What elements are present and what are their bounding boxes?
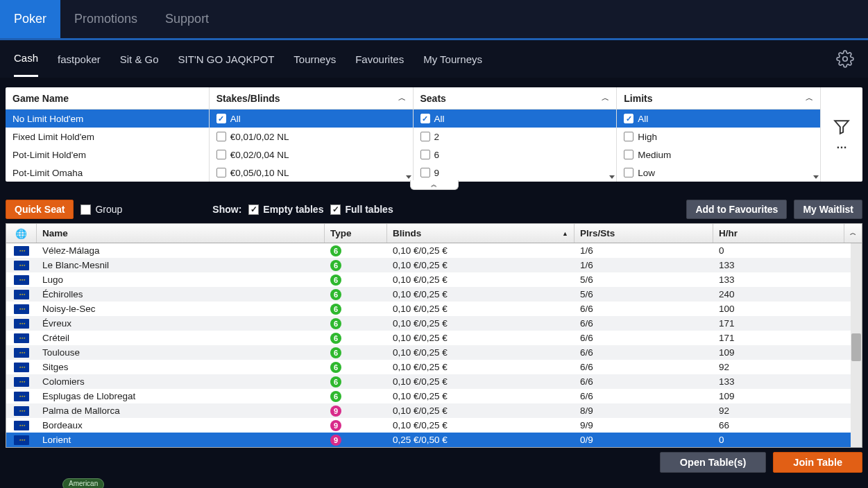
seat-badge: 6 bbox=[330, 376, 341, 387]
my-waitlist-button[interactable]: My Waitlist bbox=[794, 200, 862, 219]
full-tables-checkbox[interactable]: Full tables bbox=[330, 204, 393, 215]
table-row[interactable]: ⋆⋆⋆Lugo60,10 €/0,25 €5/6133 bbox=[6, 272, 862, 287]
chevron-up-icon[interactable]: ︿ bbox=[806, 93, 813, 103]
cell-plrs: 1/6 bbox=[575, 245, 713, 256]
checkbox-icon bbox=[624, 168, 633, 177]
filter-seats-6[interactable]: 6 bbox=[414, 146, 617, 164]
table-toolbar: Quick Seat Group Show: Empty tables Full… bbox=[6, 195, 862, 223]
cell-hhr: 133 bbox=[713, 260, 851, 270]
scrollbar[interactable] bbox=[851, 243, 862, 447]
table-row[interactable]: ⋆⋆⋆Palma de Mallorca90,10 €/0,25 €8/992 bbox=[6, 403, 862, 418]
filter-item-flh[interactable]: Fixed Limit Hold'em bbox=[6, 128, 209, 146]
filter-item-plo[interactable]: Pot-Limit Omaha bbox=[6, 164, 209, 182]
subnav-tab-favourites[interactable]: Favourites bbox=[355, 42, 404, 76]
seat-badge: 6 bbox=[330, 333, 341, 344]
bottom-bar: Open Table(s) Join Table bbox=[0, 448, 868, 473]
table-row[interactable]: ⋆⋆⋆Lorient90,25 €/0,50 €0/90 bbox=[6, 433, 862, 447]
cell-plrs: 6/6 bbox=[575, 362, 713, 372]
open-table-button[interactable]: Open Table(s) bbox=[660, 452, 767, 473]
eu-flag-icon: ⋆⋆⋆ bbox=[14, 435, 29, 445]
subnav-tab-jackpot[interactable]: SIT'N GO JAQKPOT bbox=[178, 42, 275, 76]
sub-nav: Cash fastpoker Sit & Go SIT'N GO JAQKPOT… bbox=[0, 40, 868, 78]
col-scroll[interactable]: ︿ bbox=[844, 224, 862, 243]
quick-seat-button[interactable]: Quick Seat bbox=[6, 200, 74, 219]
cell-blinds: 0,10 €/0,25 € bbox=[387, 289, 575, 299]
topnav-tab-promotions[interactable]: Promotions bbox=[60, 0, 151, 38]
col-name[interactable]: Name bbox=[37, 224, 325, 243]
table-row[interactable]: ⋆⋆⋆Créteil60,10 €/0,25 €6/6171 bbox=[6, 331, 862, 345]
cell-name: Toulouse bbox=[37, 347, 325, 358]
table-row[interactable]: ⋆⋆⋆Colomiers60,10 €/0,25 €6/6133 bbox=[6, 374, 862, 389]
cell-name: Palma de Mallorca bbox=[37, 406, 325, 416]
filter-limits-medium[interactable]: Medium bbox=[617, 146, 820, 164]
table-row[interactable]: ⋆⋆⋆Noisy-le-Sec60,10 €/0,25 €6/6100 bbox=[6, 302, 862, 316]
topnav-tab-poker[interactable]: Poker bbox=[0, 0, 60, 38]
eu-flag-icon: ⋆⋆⋆ bbox=[14, 377, 29, 387]
col-type[interactable]: Type bbox=[325, 224, 387, 243]
seat-badge: 6 bbox=[330, 289, 341, 300]
table-row[interactable]: ⋆⋆⋆Vélez-Málaga60,10 €/0,25 €1/60 bbox=[6, 243, 862, 258]
cell-plrs: 0/9 bbox=[575, 435, 713, 445]
filter-limits-low[interactable]: Low bbox=[617, 164, 820, 182]
table-row[interactable]: ⋆⋆⋆Échirolles60,10 €/0,25 €5/6240 bbox=[6, 287, 862, 302]
subnav-tab-cash[interactable]: Cash bbox=[14, 41, 38, 77]
eu-flag-icon: ⋆⋆⋆ bbox=[14, 333, 29, 343]
filter-item-plh[interactable]: Pot-Limit Hold'em bbox=[6, 146, 209, 164]
checkbox-icon bbox=[420, 150, 430, 159]
filter-seats-9[interactable]: 9 bbox=[414, 164, 617, 182]
filter-limits-all[interactable]: All bbox=[617, 110, 820, 128]
subnav-tab-sitgo[interactable]: Sit & Go bbox=[120, 42, 159, 76]
seat-badge: 6 bbox=[330, 260, 341, 271]
filter-item-nlh[interactable]: No Limit Hold'em bbox=[6, 110, 209, 128]
seat-badge: 6 bbox=[330, 391, 341, 402]
filter-limits-high[interactable]: High bbox=[617, 128, 820, 146]
filter-header-seats: Seats bbox=[420, 93, 446, 104]
filter-more[interactable]: … bbox=[821, 87, 862, 182]
chevron-up-icon[interactable]: ︿ bbox=[398, 93, 406, 103]
filter-stakes-0510[interactable]: €0,05/0,10 NL bbox=[210, 164, 413, 182]
eu-flag-icon: ⋆⋆⋆ bbox=[14, 304, 29, 314]
join-table-button[interactable]: Join Table bbox=[773, 452, 862, 473]
filter-stakes-0204[interactable]: €0,02/0,04 NL bbox=[210, 146, 413, 164]
col-region[interactable]: 🌐 bbox=[6, 224, 37, 243]
empty-tables-checkbox[interactable]: Empty tables bbox=[248, 204, 323, 215]
filter-stakes-0102[interactable]: €0,01/0,02 NL bbox=[210, 128, 413, 146]
add-favourites-button[interactable]: Add to Favourites bbox=[686, 200, 787, 219]
cell-blinds: 0,10 €/0,25 € bbox=[387, 304, 575, 314]
subnav-tab-mytourneys[interactable]: My Tourneys bbox=[423, 42, 482, 76]
filter-stakes-all[interactable]: All bbox=[210, 110, 413, 128]
filter-seats-all[interactable]: All bbox=[414, 110, 617, 128]
cell-plrs: 6/6 bbox=[575, 391, 713, 401]
col-blinds[interactable]: Blinds▲ bbox=[387, 224, 575, 243]
cell-plrs: 5/6 bbox=[575, 274, 713, 285]
cell-hhr: 240 bbox=[713, 289, 851, 299]
subnav-tab-fastpoker[interactable]: fastpoker bbox=[58, 42, 101, 76]
topnav-tab-support[interactable]: Support bbox=[151, 0, 223, 38]
table-row[interactable]: ⋆⋆⋆Sitges60,10 €/0,25 €6/692 bbox=[6, 360, 862, 374]
table-row[interactable]: ⋆⋆⋆Bordeaux90,10 €/0,25 €9/966 bbox=[6, 418, 862, 433]
collapse-filters-icon[interactable]: ︽ bbox=[410, 180, 459, 190]
checkbox-icon bbox=[248, 204, 259, 215]
seat-badge: 9 bbox=[330, 420, 341, 431]
table-row[interactable]: ⋆⋆⋆Toulouse60,10 €/0,25 €6/6109 bbox=[6, 345, 862, 360]
scrollbar-thumb[interactable] bbox=[851, 333, 861, 361]
cell-hhr: 0 bbox=[713, 245, 851, 256]
cell-blinds: 0,10 €/0,25 € bbox=[387, 406, 575, 416]
filter-seats-2[interactable]: 2 bbox=[414, 128, 617, 146]
cell-hhr: 171 bbox=[713, 318, 851, 329]
table-body: ⋆⋆⋆Vélez-Málaga60,10 €/0,25 €1/60⋆⋆⋆Le B… bbox=[6, 243, 862, 447]
checkbox-icon bbox=[330, 204, 341, 215]
cell-blinds: 0,10 €/0,25 € bbox=[387, 376, 575, 387]
col-plrs[interactable]: Plrs/Sts bbox=[575, 224, 713, 243]
group-checkbox[interactable]: Group bbox=[80, 204, 122, 215]
settings-icon[interactable] bbox=[836, 50, 854, 71]
filter-header-gamename: Game Name bbox=[12, 93, 69, 104]
subnav-tab-tourneys[interactable]: Tourneys bbox=[293, 42, 336, 76]
table-row[interactable]: ⋆⋆⋆Évreux60,10 €/0,25 €6/6171 bbox=[6, 316, 862, 331]
eu-flag-icon: ⋆⋆⋆ bbox=[14, 246, 29, 256]
col-hhr[interactable]: H/hr bbox=[713, 224, 844, 243]
table-row[interactable]: ⋆⋆⋆Le Blanc-Mesnil60,10 €/0,25 €1/6133 bbox=[6, 258, 862, 272]
table-row[interactable]: ⋆⋆⋆Esplugas de Llobregat60,10 €/0,25 €6/… bbox=[6, 389, 862, 403]
filter-limits: Limits︿ All High Medium Low bbox=[617, 87, 821, 182]
chevron-up-icon[interactable]: ︿ bbox=[602, 93, 609, 103]
